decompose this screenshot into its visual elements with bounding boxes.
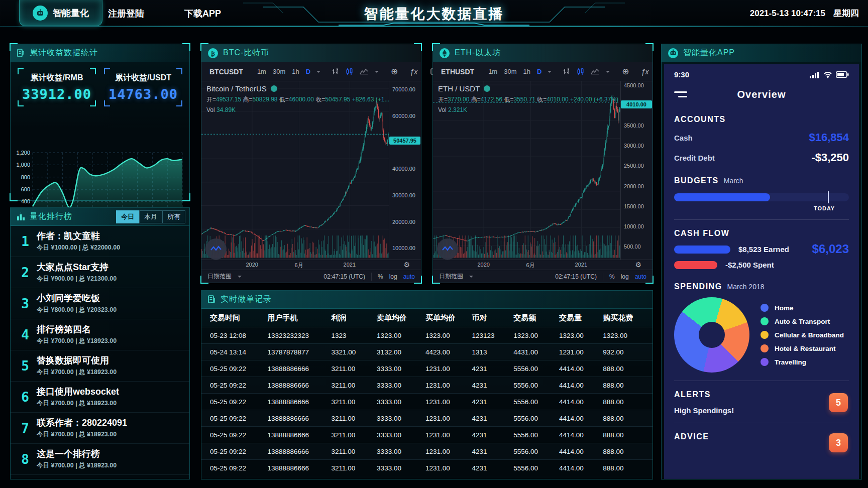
indicator-icon[interactable] <box>360 68 368 75</box>
table-cell: 3211.00 <box>331 448 377 455</box>
panel-title: 实时做单记录 <box>221 294 272 305</box>
table-row: 05-23 12:081332323232313231323.001323.00… <box>201 327 653 343</box>
advice-badge[interactable]: 3 <box>829 433 848 452</box>
table-cell: 05-25 09:22 <box>210 365 268 373</box>
rank-number: 7 <box>14 421 37 436</box>
candles-style-icon[interactable] <box>346 68 353 75</box>
interval-1h[interactable]: 1h <box>292 68 299 75</box>
interval-1m[interactable]: 1m <box>488 68 497 75</box>
nav-download-app[interactable]: 下载APP <box>184 8 221 20</box>
eth-chart-body[interactable]: ETH / USDT 开=3770.00 高=4172.56 低=3550.71… <box>433 81 653 283</box>
time-tick: 2021 <box>575 262 587 268</box>
table-cell: 13888886666 <box>268 464 332 472</box>
btc-chart-body[interactable]: Bitcoin / TetherUS 开=49537.15 高=50829.98… <box>201 81 421 283</box>
btc-time-axis[interactable]: ⚙ 20206月2021 <box>201 260 421 270</box>
column-header: 币对 <box>472 313 514 323</box>
legend-item: Home <box>761 304 844 312</box>
corner-decoration <box>414 43 422 51</box>
interval-1h[interactable]: 1h <box>523 68 530 75</box>
eth-time-axis[interactable]: ⚙ 20206月2021 <box>433 260 653 270</box>
leaderboard-row: 5替换数据即可使用今日 ¥700.00 | 总 ¥18923.00 <box>11 350 189 382</box>
interval-1m[interactable]: 1m <box>257 68 266 75</box>
table-cell: 4423.00 <box>425 348 472 356</box>
chevron-down-icon[interactable] <box>469 276 473 280</box>
table-cell: 5556.00 <box>513 464 559 472</box>
interval-D[interactable]: D <box>537 68 541 75</box>
leaderboard-entry-text: 这是一个排行榜今日 ¥700.00 | 总 ¥18923.00 <box>37 448 186 470</box>
table-cell: 4414.00 <box>559 448 603 455</box>
corner-decoration <box>182 43 190 51</box>
corner-decoration <box>104 100 110 106</box>
table-cell: 1231.00 <box>425 365 472 373</box>
menu-icon[interactable] <box>674 91 687 97</box>
column-header: 交易时间 <box>210 313 268 323</box>
interval-D[interactable]: D <box>306 68 310 75</box>
spending-donut-chart[interactable] <box>674 297 749 373</box>
svg-text:1,200: 1,200 <box>16 150 30 156</box>
corner-decoration <box>201 290 208 298</box>
btc-price-axis[interactable]: 70000.0060000.0040000.0030000.0020000.00… <box>389 81 421 283</box>
chevron-down-icon[interactable] <box>548 71 552 75</box>
compare-plus-icon[interactable]: ⊕ <box>622 66 629 77</box>
nav-register-login[interactable]: 注册登陆 <box>108 8 144 20</box>
fx-indicator-icon[interactable]: ƒx <box>410 68 417 76</box>
gear-icon[interactable]: ⚙ <box>635 261 641 269</box>
app-preview-panel: 智能量化APP 9:30 Overview ACCOUNTS Cash$16,8… <box>661 44 862 479</box>
svg-text:800: 800 <box>21 174 30 180</box>
table-cell: 4231 <box>472 464 514 472</box>
date-range-control[interactable]: 日期范围 <box>207 272 232 281</box>
table-row: 05-25 09:22138888866663211.003333.001231… <box>201 360 653 377</box>
percent-scale-toggle[interactable]: % <box>609 273 615 280</box>
bars-style-icon[interactable] <box>563 68 570 75</box>
chevron-down-icon[interactable] <box>606 71 610 75</box>
panel-header: ETH-以太坊 <box>433 44 653 62</box>
leaderboard-tab-本月[interactable]: 本月 <box>139 210 162 223</box>
utc-time[interactable]: 02:47:15 (UTC) <box>555 273 597 280</box>
date-range-control[interactable]: 日期范围 <box>439 272 463 281</box>
indicator-icon[interactable] <box>591 68 599 75</box>
auto-scale-toggle[interactable]: auto <box>403 273 415 280</box>
gear-icon[interactable]: ⚙ <box>403 261 410 269</box>
utc-time[interactable]: 02:47:15 (UTC) <box>323 273 365 280</box>
bars-style-icon[interactable] <box>332 68 339 75</box>
chevron-down-icon[interactable] <box>238 276 242 280</box>
table-row: 05-25 09:22138888866663211.003333.001231… <box>201 410 653 426</box>
alerts-badge[interactable]: 5 <box>829 393 848 412</box>
interval-30m[interactable]: 30m <box>273 68 285 75</box>
budget-progress-bar[interactable] <box>674 193 849 201</box>
chevron-down-icon[interactable] <box>316 71 320 75</box>
fx-indicator-icon[interactable]: ƒx <box>641 68 649 76</box>
percent-scale-toggle[interactable]: % <box>378 273 383 280</box>
report-icon <box>17 49 25 57</box>
phone-mockup: 9:30 Overview ACCOUNTS Cash$16,854Credit… <box>664 64 859 479</box>
leaderboard-entry-text: 作者：凯文童鞋今日 ¥1000.00 | 总 ¥22000.00 <box>37 230 186 252</box>
table-cell: 1323.00 <box>603 332 653 339</box>
compare-plus-icon[interactable]: ⊕ <box>391 66 398 77</box>
leaderboard-row: 6接口使用websocket今日 ¥700.00 | 总 ¥18923.00 <box>11 382 189 413</box>
chevron-down-icon[interactable] <box>375 71 379 75</box>
log-scale-toggle[interactable]: log <box>621 273 629 280</box>
last-price-tag: 4010.00 <box>621 100 652 108</box>
auto-scale-toggle[interactable]: auto <box>635 273 646 280</box>
logo-tab[interactable]: 智能量化 <box>19 0 102 26</box>
eth-price-axis[interactable]: 4500.003500.003000.002500.002000.001500.… <box>620 81 653 283</box>
candles-style-icon[interactable] <box>577 68 584 75</box>
stat-total-usdt: 累计收益/USDT 14763.00 <box>104 68 182 106</box>
corner-decoration <box>10 472 18 479</box>
table-cell: 3211.00 <box>331 382 377 389</box>
page-title: 智能量化大数据直播 <box>364 5 504 24</box>
time-tick: 2020 <box>246 262 258 268</box>
table-cell: 3333.00 <box>377 365 425 373</box>
leaderboard-row: 4排行榜第四名今日 ¥700.00 | 总 ¥18923.00 <box>11 319 189 350</box>
table-cell: 888.00 <box>603 415 653 422</box>
interval-30m[interactable]: 30m <box>504 68 516 75</box>
datetime-text: 2021-5-13 10:47:15 <box>750 9 825 19</box>
symbol-label[interactable]: ETHUSDT <box>433 68 482 76</box>
account-row: Credit Debt-$3,250 <box>674 151 849 164</box>
symbol-label[interactable]: BTCUSDT <box>201 68 251 76</box>
table-cell: 1323.00 <box>559 332 603 339</box>
corner-decoration <box>90 100 96 106</box>
table-cell: 932.00 <box>603 348 653 356</box>
leaderboard-tab-今日[interactable]: 今日 <box>116 210 139 223</box>
log-scale-toggle[interactable]: log <box>389 273 397 280</box>
